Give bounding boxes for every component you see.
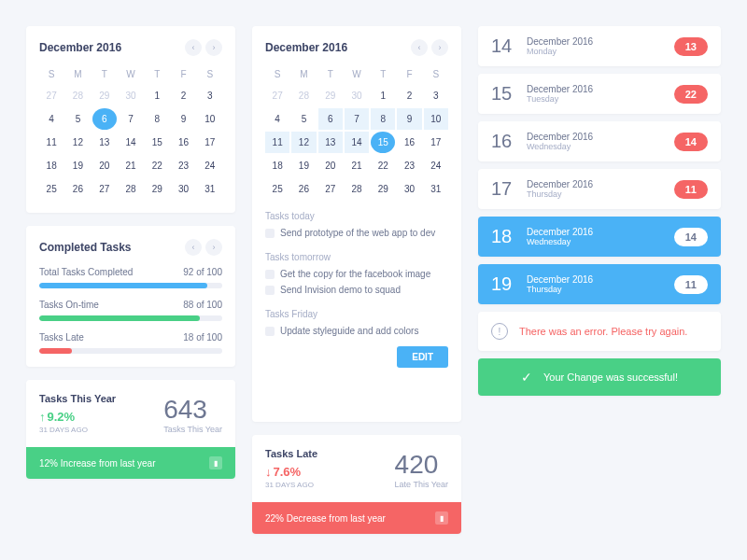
task-item[interactable]: Send Invision demo to squad <box>265 282 448 298</box>
calendar-day[interactable]: 20 <box>92 155 117 176</box>
chart-icon[interactable]: ▮ <box>209 456 222 469</box>
calendar-day[interactable]: 3 <box>198 85 222 106</box>
checkbox[interactable] <box>265 229 275 238</box>
calendar-day[interactable]: 1 <box>371 85 395 106</box>
calendar-day[interactable]: 27 <box>318 178 343 200</box>
task-item[interactable]: Send prototype of the web app to dev <box>265 225 448 241</box>
calendar-day[interactable]: 2 <box>397 85 421 106</box>
calendar-day[interactable]: 14 <box>119 132 143 153</box>
calendar-day[interactable]: 8 <box>371 108 395 130</box>
calendar-day[interactable]: 9 <box>397 108 421 130</box>
calendar-day[interactable]: 28 <box>345 178 369 200</box>
date-row[interactable]: 16December 2016Wednesday14 <box>478 121 721 161</box>
calendar-day[interactable]: 28 <box>291 85 316 106</box>
calendar-day[interactable]: 29 <box>145 178 169 200</box>
calendar-day[interactable]: 15 <box>371 132 395 153</box>
calendar-day[interactable]: 17 <box>424 132 448 153</box>
calendar-day[interactable]: 28 <box>65 85 90 106</box>
calendar-day[interactable]: 6 <box>318 108 343 130</box>
task-item[interactable]: Get the copy for the facebook image <box>265 266 448 282</box>
calendar-day[interactable]: 20 <box>318 155 343 176</box>
calendar-day[interactable]: 26 <box>291 178 316 200</box>
calendar-day[interactable]: 5 <box>291 108 316 130</box>
calendar-day[interactable]: 27 <box>39 85 63 106</box>
task-item[interactable]: Update styleguide and add colors <box>265 323 448 339</box>
calendar-day[interactable]: 31 <box>198 178 222 200</box>
count-badge: 14 <box>674 133 708 151</box>
calendar-day[interactable]: 13 <box>92 132 117 153</box>
date-row[interactable]: 17December 2016Thursday11 <box>478 169 721 209</box>
calendar-day[interactable]: 21 <box>119 155 143 176</box>
calendar-day[interactable]: 27 <box>92 178 117 200</box>
calendar-day[interactable]: 27 <box>265 85 289 106</box>
calendar-day[interactable]: 15 <box>145 132 169 153</box>
calendar-day[interactable]: 16 <box>171 132 195 153</box>
calendar-day[interactable]: 22 <box>371 155 395 176</box>
task-text: Send prototype of the web app to dev <box>280 228 435 238</box>
date-row[interactable]: 18December 2016Wednesday14 <box>478 217 721 257</box>
calendar-day[interactable]: 2 <box>171 85 195 106</box>
calendar-day[interactable]: 29 <box>371 178 395 200</box>
calendar-day[interactable]: 24 <box>198 155 222 176</box>
calendar-day[interactable]: 6 <box>92 108 117 130</box>
calendar-day[interactable]: 22 <box>145 155 169 176</box>
calendar-day[interactable]: 10 <box>424 108 448 130</box>
calendar-day[interactable]: 10 <box>198 108 222 130</box>
calendar-day[interactable]: 1 <box>145 85 169 106</box>
next-month-button[interactable]: › <box>431 39 448 56</box>
calendar-day[interactable]: 19 <box>65 155 90 176</box>
checkbox[interactable] <box>265 270 275 279</box>
calendar-day[interactable]: 30 <box>397 178 421 200</box>
calendar-day[interactable]: 13 <box>318 132 343 153</box>
calendar-day[interactable]: 30 <box>171 178 195 200</box>
calendar-tasks-widget: December 2016 ‹ › SMTWTFS272829301234567… <box>252 26 461 422</box>
calendar-day[interactable]: 26 <box>65 178 90 200</box>
bar-value: 18 of 100 <box>183 332 222 343</box>
calendar-day[interactable]: 25 <box>265 178 289 200</box>
bar-label: Total Tasks Completed <box>39 267 133 277</box>
calendar-day[interactable]: 24 <box>424 155 448 176</box>
calendar-day[interactable]: 7 <box>119 108 143 130</box>
calendar-day[interactable]: 12 <box>65 132 90 153</box>
calendar-day[interactable]: 21 <box>345 155 369 176</box>
date-row[interactable]: 15December 2016Tuesday22 <box>478 74 721 114</box>
calendar-day[interactable]: 11 <box>265 132 289 153</box>
checkbox[interactable] <box>265 286 275 295</box>
calendar-day[interactable]: 29 <box>92 85 117 106</box>
calendar-day[interactable]: 23 <box>397 155 421 176</box>
calendar-day[interactable]: 18 <box>265 155 289 176</box>
calendar-day[interactable]: 7 <box>345 108 369 130</box>
calendar-day[interactable]: 25 <box>39 178 63 200</box>
calendar-day[interactable]: 23 <box>171 155 195 176</box>
date-row[interactable]: 19December 2016Thursday11 <box>478 264 721 304</box>
date-number: 15 <box>491 83 515 105</box>
calendar-widget: December 2016 ‹ › SMTWTFS272829301234567… <box>26 26 235 213</box>
calendar-day[interactable]: 18 <box>39 155 63 176</box>
calendar-day[interactable]: 5 <box>65 108 90 130</box>
prev-month-button[interactable]: ‹ <box>411 39 428 56</box>
calendar-day[interactable]: 30 <box>119 85 143 106</box>
calendar-day[interactable]: 4 <box>265 108 289 130</box>
next-month-button[interactable]: › <box>205 39 222 56</box>
calendar-day[interactable]: 9 <box>171 108 195 130</box>
calendar-day[interactable]: 14 <box>345 132 369 153</box>
prev-button[interactable]: ‹ <box>185 239 202 256</box>
calendar-day[interactable]: 3 <box>424 85 448 106</box>
calendar-day[interactable]: 17 <box>198 132 222 153</box>
date-row[interactable]: 14December 2016Monday13 <box>478 26 721 66</box>
calendar-day[interactable]: 31 <box>424 178 448 200</box>
calendar-day[interactable]: 8 <box>145 108 169 130</box>
calendar-day[interactable]: 4 <box>39 108 63 130</box>
calendar-day[interactable]: 19 <box>291 155 316 176</box>
edit-button[interactable]: EDIT <box>397 346 448 368</box>
calendar-day[interactable]: 11 <box>39 132 63 153</box>
calendar-day[interactable]: 16 <box>397 132 421 153</box>
calendar-day[interactable]: 30 <box>345 85 369 106</box>
calendar-day[interactable]: 29 <box>318 85 343 106</box>
next-button[interactable]: › <box>205 239 222 256</box>
checkbox[interactable] <box>265 327 275 336</box>
calendar-day[interactable]: 12 <box>291 132 316 153</box>
calendar-day[interactable]: 28 <box>119 178 143 200</box>
prev-month-button[interactable]: ‹ <box>185 39 202 56</box>
chart-icon[interactable]: ▮ <box>435 511 448 525</box>
